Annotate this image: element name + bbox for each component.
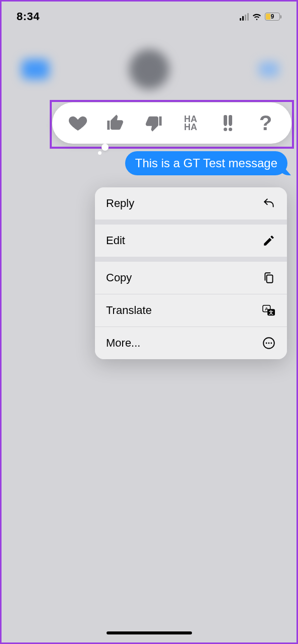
ellipsis-circle-icon	[262, 336, 276, 350]
question-icon: ?	[259, 111, 272, 135]
tapback-reaction-bar: HAHA ?	[52, 102, 291, 144]
home-indicator[interactable]	[107, 631, 192, 634]
thumbs-up-icon	[106, 113, 126, 133]
menu-label: Translate	[106, 304, 152, 317]
svg-rect-0	[267, 275, 273, 283]
haha-icon: HAHA	[184, 115, 197, 131]
facetime-button-blurred	[259, 62, 279, 77]
tapback-highlight-box: HAHA ?	[50, 100, 294, 149]
message-context-menu: Reply Edit Copy Translate A文 More...	[95, 187, 287, 359]
menu-item-copy[interactable]: Copy	[95, 262, 287, 294]
svg-point-6	[266, 343, 267, 344]
reply-arrow-icon	[262, 196, 276, 210]
back-button-blurred	[22, 59, 49, 79]
battery-icon: 9	[265, 13, 281, 21]
svg-text:文: 文	[268, 310, 273, 315]
sent-message-bubble[interactable]: This is a GT Test message	[125, 151, 287, 175]
status-bar: 8:34 9	[2, 2, 296, 32]
status-time: 8:34	[17, 10, 40, 23]
tapback-question[interactable]: ?	[255, 112, 277, 134]
svg-point-7	[268, 343, 270, 344]
exclaim-icon	[224, 115, 232, 131]
heart-icon	[68, 113, 88, 133]
menu-item-reply[interactable]: Reply	[95, 187, 287, 220]
contact-avatar-blurred	[129, 49, 169, 89]
battery-level: 9	[271, 13, 274, 20]
status-icons: 9	[240, 13, 281, 21]
tapback-exclaim[interactable]	[217, 112, 239, 134]
tapback-thumbs-down[interactable]	[142, 112, 164, 134]
menu-label: Reply	[106, 197, 134, 210]
cellular-signal-icon	[240, 13, 249, 21]
menu-item-more[interactable]: More...	[95, 327, 287, 359]
thumbs-down-icon	[143, 113, 163, 133]
tapback-thumbs-up[interactable]	[105, 112, 127, 134]
wifi-icon	[252, 13, 262, 21]
menu-label: Copy	[106, 271, 132, 284]
svg-point-8	[270, 343, 272, 344]
menu-item-translate[interactable]: Translate A文	[95, 294, 287, 327]
tapback-haha[interactable]: HAHA	[179, 112, 202, 134]
menu-item-edit[interactable]: Edit	[95, 225, 287, 257]
translate-icon: A文	[262, 303, 276, 317]
menu-label: Edit	[106, 234, 125, 247]
pencil-icon	[262, 234, 276, 248]
tapback-heart[interactable]	[67, 112, 89, 134]
blurred-conversation-header	[2, 44, 296, 99]
message-text: This is a GT Test message	[135, 156, 277, 170]
copy-icon	[262, 271, 276, 285]
menu-label: More...	[106, 337, 140, 350]
